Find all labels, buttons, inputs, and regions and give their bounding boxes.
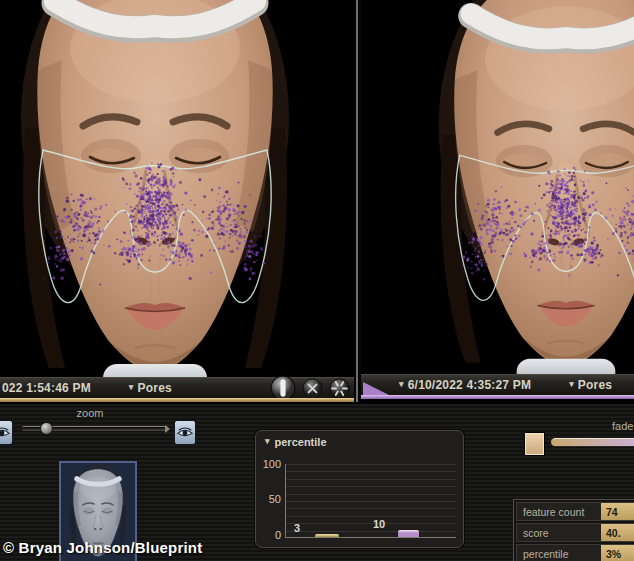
zoom-label: zoom — [58, 407, 122, 419]
fade-slider[interactable] — [551, 438, 634, 447]
right-layer-label: Pores — [578, 378, 612, 392]
percentile-bar-left-capture — [315, 534, 339, 537]
bar-value-label: 10 — [367, 518, 391, 530]
dropdown-arrow-icon: ▾ — [129, 382, 134, 392]
feature-table: feature count 74 score 40. percentile 3% — [513, 499, 634, 561]
capture-marker-icon — [363, 382, 389, 395]
delete-icon[interactable] — [302, 378, 323, 399]
table-row-label: feature count — [517, 503, 601, 520]
show-hide-eye-button-left[interactable] — [0, 420, 13, 445]
table-row-value: 40. — [601, 524, 634, 541]
eye-icon — [0, 426, 11, 439]
right-face-image — [361, 0, 634, 377]
right-selection-underline — [361, 395, 634, 399]
right-timestamp: 6/10/2022 4:35:27 PM — [408, 378, 531, 392]
right-timestamp-dropdown[interactable]: ▾ 6/10/2022 4:35:27 PM — [399, 378, 531, 392]
table-row-value: 3% — [601, 545, 634, 561]
left-timestamp[interactable]: 022 1:54:46 PM — [2, 381, 91, 395]
chart-title: percentile — [275, 436, 327, 448]
percentile-chart-header[interactable]: ▾ percentile — [265, 436, 327, 448]
table-row: score 40. — [516, 523, 634, 542]
dropdown-arrow-icon: ▾ — [399, 379, 404, 389]
table-row: percentile 3% — [516, 544, 634, 561]
fade-label: fade — [612, 420, 633, 432]
left-face-image — [0, 0, 354, 377]
table-row-label: percentile — [517, 545, 601, 561]
table-row-label: score — [517, 524, 601, 541]
eye-icon — [176, 426, 194, 439]
right-capture-viewport: ▾ 6/10/2022 4:35:27 PM ▾ Pores — [361, 0, 634, 402]
right-layer-dropdown[interactable]: ▾ Pores — [569, 378, 612, 392]
zoom-slider[interactable] — [22, 426, 168, 431]
y-axis-tick: 50 — [259, 493, 281, 505]
y-axis-tick: 100 — [259, 458, 281, 470]
y-axis-tick: 0 — [259, 529, 281, 541]
table-row: feature count 74 — [516, 502, 634, 521]
left-layer-label: Pores — [138, 381, 172, 395]
right-capture-bar: ▾ 6/10/2022 4:35:27 PM ▾ Pores — [361, 374, 634, 395]
left-layer-dropdown[interactable]: ▾ Pores — [129, 381, 172, 395]
watermark: © Bryan Johnson/Blueprint — [3, 539, 202, 556]
iris-icon[interactable] — [329, 378, 350, 399]
fade-color-swatch[interactable] — [525, 433, 544, 455]
left-capture-bar: 022 1:54:46 PM ▾ Pores — [0, 377, 354, 398]
dropdown-arrow-icon: ▾ — [265, 436, 270, 446]
percentile-chart-panel: ▾ percentile 100 50 0 3 10 — [255, 430, 464, 548]
table-row-value: 74 — [601, 503, 634, 520]
dropdown-arrow-icon: ▾ — [569, 379, 574, 389]
viewport-divider[interactable] — [354, 0, 361, 402]
control-panel: zoom ▾ percentile 100 50 0 — [0, 402, 634, 561]
zoom-slider-knob[interactable] — [40, 422, 53, 435]
left-capture-viewport: 022 1:54:46 PM ▾ Pores — [0, 0, 354, 402]
visia-skin-analysis-app: 022 1:54:46 PM ▾ Pores — [0, 0, 634, 561]
percentile-bar-right-capture — [398, 530, 419, 537]
show-hide-eye-button-right[interactable] — [174, 420, 196, 445]
bar-value-label: 3 — [285, 522, 309, 534]
